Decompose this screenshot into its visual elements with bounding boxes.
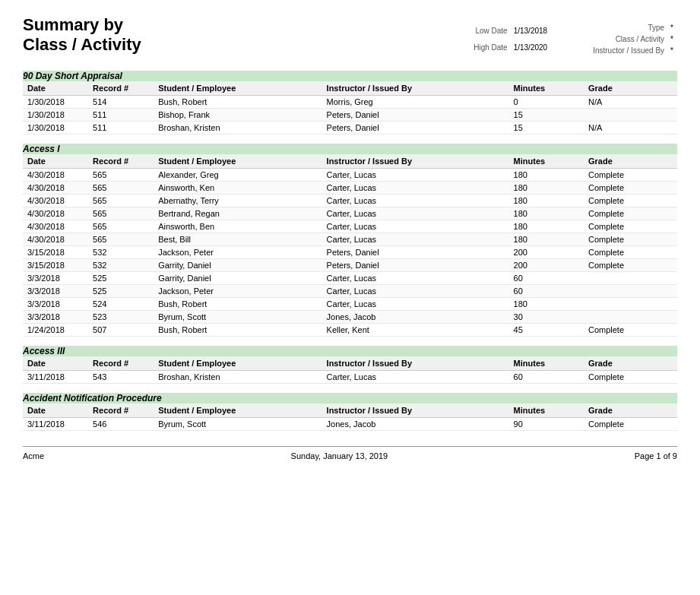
column-header-date: Date: [23, 81, 88, 96]
table-cell: Complete: [584, 220, 677, 233]
section-title: Accident Notification Procedure: [23, 393, 677, 404]
table-cell: 1/30/2018: [23, 109, 88, 122]
table-cell: Jackson, Peter: [154, 285, 321, 298]
section-title: 90 Day Short Appraisal: [23, 71, 677, 81]
table-row: 4/30/2018565Best, BillCarter, Lucas180Co…: [23, 233, 677, 246]
column-header-minutes: Minutes: [509, 154, 584, 169]
table-cell: N/A: [584, 96, 677, 109]
table-cell: Jackson, Peter: [154, 246, 321, 259]
table-row: 3/3/2018525Garrity, DanielCarter, Lucas6…: [23, 272, 677, 285]
column-header-instructor---issued-by: Instructor / Issued By: [322, 356, 509, 371]
table-cell: 3/11/2018: [23, 418, 88, 431]
column-header-student---employee: Student / Employee: [154, 404, 321, 418]
instructor-value: *: [668, 46, 676, 55]
table-cell: Carter, Lucas: [322, 169, 509, 182]
report-title: Summary by Class / Activity: [23, 15, 141, 55]
table-cell: Ainsworth, Ben: [154, 220, 321, 233]
table-cell: Complete: [584, 182, 677, 195]
table-row: 4/30/2018565Ainsworth, BenCarter, Lucas1…: [23, 220, 677, 233]
high-date-value: 1/13/2020: [512, 40, 550, 56]
table-cell: 4/30/2018: [23, 207, 88, 220]
table-cell: Complete: [584, 207, 677, 220]
section-title: Access I: [23, 144, 677, 154]
table-row: 3/3/2018525Jackson, PeterCarter, Lucas60: [23, 285, 677, 298]
table-cell: 15: [509, 122, 584, 135]
type-filters: Type * Class / Activity * Instructor / I…: [589, 21, 677, 57]
table-cell: 180: [509, 298, 584, 311]
table-cell: 511: [88, 109, 154, 122]
column-header-student---employee: Student / Employee: [154, 356, 321, 371]
table-cell: 565: [88, 207, 154, 220]
column-header-student---employee: Student / Employee: [154, 154, 321, 169]
table-cell: [584, 109, 677, 122]
footer-page: Page 1 of 9: [635, 451, 677, 460]
table-cell: 1/30/2018: [23, 96, 88, 109]
column-header-student---employee: Student / Employee: [154, 81, 321, 96]
table-cell: 546: [88, 418, 154, 431]
table-cell: Best, Bill: [154, 233, 321, 246]
table-cell: 543: [88, 371, 154, 384]
table-row: 3/15/2018532Garrity, DanielPeters, Danie…: [23, 259, 677, 272]
table-cell: Complete: [584, 259, 677, 272]
table-cell: 532: [88, 246, 154, 259]
table-cell: 507: [88, 324, 154, 337]
table-cell: Carter, Lucas: [322, 220, 509, 233]
column-header-minutes: Minutes: [509, 404, 584, 418]
table-cell: Complete: [584, 195, 677, 207]
table-cell: 180: [509, 169, 584, 182]
report-header: Summary by Class / Activity Low Date 1/1…: [23, 15, 677, 57]
table-cell: Alexander, Greg: [154, 169, 321, 182]
column-header-record--: Record #: [88, 356, 154, 371]
table-cell: Carter, Lucas: [322, 207, 509, 220]
table-cell: 4/30/2018: [23, 169, 88, 182]
type-value: *: [668, 23, 676, 33]
table-cell: 3/3/2018: [23, 272, 88, 285]
table-cell: 90: [509, 418, 584, 431]
table-row: 4/30/2018565Ainsworth, KenCarter, Lucas1…: [23, 182, 677, 195]
column-header-instructor---issued-by: Instructor / Issued By: [322, 404, 509, 418]
table-cell: Byrum, Scott: [154, 418, 321, 431]
section-table: 90 Day Short AppraisalDateRecord #Studen…: [23, 71, 677, 135]
column-header-minutes: Minutes: [509, 81, 584, 96]
table-cell: Complete: [584, 371, 677, 384]
column-header-instructor---issued-by: Instructor / Issued By: [322, 81, 509, 96]
table-cell: 4/30/2018: [23, 195, 88, 207]
table-cell: 60: [509, 371, 584, 384]
table-row: 3/3/2018523Byrum, ScottJones, Jacob30: [23, 311, 677, 324]
table-cell: Ainsworth, Ken: [154, 182, 321, 195]
table-cell: 3/11/2018: [23, 371, 88, 384]
table-row: 3/11/2018546Byrum, ScottJones, Jacob90Co…: [23, 418, 677, 431]
table-row: 3/15/2018532Jackson, PeterPeters, Daniel…: [23, 246, 677, 259]
table-cell: 1/30/2018: [23, 122, 88, 135]
date-filters: Low Date 1/13/2018 High Date 1/13/2020: [470, 21, 551, 57]
section-table: Access IDateRecord #Student / EmployeeIn…: [23, 144, 677, 337]
table-cell: Broshan, Kristen: [154, 371, 321, 384]
column-header-grade: Grade: [584, 356, 677, 371]
table-cell: Jones, Jacob: [322, 418, 509, 431]
table-row: 1/24/2018507Bush, RobertKeller, Kent45Co…: [23, 324, 677, 337]
class-activity-value: *: [668, 34, 676, 44]
table-cell: 524: [88, 298, 154, 311]
footer-date: Sunday, January 13, 2019: [291, 451, 388, 460]
table-cell: 15: [509, 109, 584, 122]
table-cell: 565: [88, 195, 154, 207]
table-row: 1/30/2018511Broshan, KristenPeters, Dani…: [23, 122, 677, 135]
table-cell: Abernathy, Terry: [154, 195, 321, 207]
table-cell: 3/15/2018: [23, 259, 88, 272]
table-cell: 180: [509, 220, 584, 233]
table-cell: Complete: [584, 169, 677, 182]
column-header-instructor---issued-by: Instructor / Issued By: [322, 154, 509, 169]
table-cell: 30: [509, 311, 584, 324]
table-cell: 200: [509, 259, 584, 272]
table-cell: Peters, Daniel: [322, 246, 509, 259]
table-cell: 180: [509, 207, 584, 220]
table-row: 3/11/2018543Broshan, KristenCarter, Luca…: [23, 371, 677, 384]
table-cell: Keller, Kent: [322, 324, 509, 337]
table-row: 3/3/2018524Bush, RobertCarter, Lucas180: [23, 298, 677, 311]
table-cell: Complete: [584, 418, 677, 431]
low-date-label: Low Date: [471, 23, 509, 39]
table-cell: 1/24/2018: [23, 324, 88, 337]
table-cell: N/A: [584, 122, 677, 135]
table-row: 4/30/2018565Bertrand, ReganCarter, Lucas…: [23, 207, 677, 220]
table-cell: Bush, Robert: [154, 96, 321, 109]
